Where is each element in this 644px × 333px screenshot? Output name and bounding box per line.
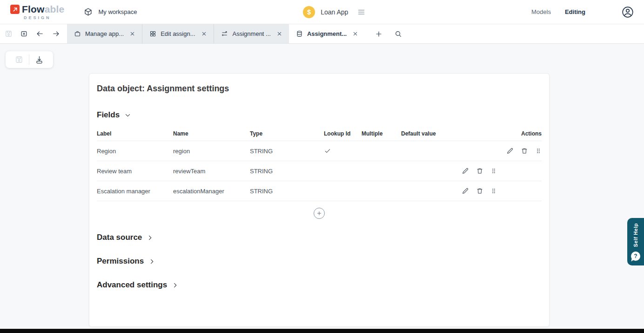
save-icon[interactable] [5, 30, 13, 38]
brand-name: Flowable [22, 4, 64, 15]
workspace-label: My workspace [98, 8, 137, 15]
edit-field-icon[interactable] [462, 187, 469, 195]
tab-label: Manage app... [85, 30, 124, 37]
field-name: escalationManager [173, 188, 250, 195]
app-badge: $ [303, 6, 315, 18]
tab-controls [0, 24, 67, 43]
self-help-tab[interactable]: Self Help ? [627, 218, 644, 265]
drag-handle-icon[interactable] [490, 187, 497, 195]
col-multiple: Multiple [362, 130, 401, 137]
workspace-selector[interactable]: My workspace [84, 7, 137, 16]
field-type: STRING [250, 168, 324, 175]
tab-close-icon[interactable] [353, 31, 358, 36]
edit-field-icon[interactable] [462, 167, 469, 175]
field-name: reviewTeam [173, 168, 250, 175]
delete-field-icon[interactable] [476, 187, 483, 195]
col-label: Label [97, 130, 173, 137]
grid-icon [149, 30, 156, 37]
table-row: Escalation manager escalationManager STR… [97, 181, 542, 201]
lookup-id-checkmark-icon [324, 147, 362, 155]
add-field-button[interactable] [314, 208, 325, 219]
field-label: Escalation manager [97, 188, 173, 195]
col-lookup-id: Lookup Id [324, 130, 362, 137]
toolbar-divider [29, 54, 29, 65]
self-help-label: Self Help [633, 223, 638, 247]
nav-editing[interactable]: Editing [565, 8, 585, 15]
add-field-row [97, 208, 542, 219]
chevron-right-icon [172, 282, 179, 289]
content-area: Data object: Assignment settings Fields … [0, 44, 644, 333]
col-name: Name [173, 130, 250, 137]
tab-label: Assignment... [307, 30, 347, 37]
field-label: Region [97, 148, 173, 155]
edit-field-icon[interactable] [506, 147, 514, 155]
fields-section-toggle[interactable]: Fields [97, 110, 542, 120]
brand-subtitle: DESIGN [24, 15, 51, 20]
nav-models[interactable]: Models [531, 8, 551, 15]
deploy-icon[interactable] [31, 55, 47, 64]
header-nav: Models Editing [531, 6, 634, 18]
add-tab-icon[interactable] [375, 30, 382, 38]
col-actions: Actions [497, 130, 542, 137]
tab-close-icon[interactable] [130, 31, 135, 36]
page-title: Data object: Assignment settings [97, 84, 542, 94]
app-header: Flowable DESIGN My workspace $ Loan App … [0, 0, 644, 24]
briefcase-icon [74, 30, 81, 37]
section-title: Advanced settings [97, 280, 167, 290]
field-name: region [173, 148, 250, 155]
section-advanced-settings[interactable]: Advanced settings [97, 280, 542, 290]
workspace-cube-icon [84, 7, 93, 16]
field-type: STRING [250, 188, 324, 195]
delete-field-icon[interactable] [476, 167, 483, 175]
section-permissions[interactable]: Permissions [97, 257, 542, 266]
current-app[interactable]: $ Loan App [303, 6, 365, 18]
model-toolbar [6, 51, 53, 68]
process-icon [221, 30, 228, 37]
back-arrow-icon[interactable] [35, 30, 44, 38]
section-title: Permissions [97, 257, 144, 266]
table-row: Region region STRING [97, 141, 542, 161]
delete-field-icon[interactable] [521, 147, 528, 155]
chevron-down-icon [124, 112, 131, 119]
user-avatar-icon[interactable] [622, 6, 634, 18]
fields-table-header: Label Name Type Lookup Id Multiple Defau… [97, 126, 542, 141]
table-row: Review team reviewTeam STRING [97, 161, 542, 181]
fields-table: Label Name Type Lookup Id Multiple Defau… [97, 126, 542, 201]
section-title: Data source [97, 233, 142, 242]
editor-tab-bar: Manage app... Edit assign... Assignment … [0, 24, 644, 44]
bottom-edge-bar [0, 329, 644, 333]
tab-close-icon[interactable] [277, 31, 282, 36]
drag-handle-icon[interactable] [490, 167, 497, 175]
tab-bar-extra [365, 24, 402, 43]
question-mark-icon: ? [631, 251, 640, 261]
fields-section-title: Fields [97, 110, 120, 120]
save-model-icon[interactable] [11, 55, 27, 64]
col-default-value: Default value [401, 130, 497, 137]
field-label: Review team [97, 168, 173, 175]
collapsed-sections: Data source Permissions Advanced setting… [97, 233, 542, 290]
flowable-logo: Flowable DESIGN [10, 4, 64, 20]
tab-manage-app[interactable]: Manage app... [67, 24, 142, 43]
data-object-card: Data object: Assignment settings Fields … [89, 73, 550, 327]
chevron-right-icon [148, 258, 155, 265]
field-type: STRING [250, 148, 324, 155]
tab-assignment-process[interactable]: Assignment ... [214, 24, 289, 43]
chevron-right-icon [147, 234, 154, 241]
forward-arrow-icon[interactable] [52, 30, 60, 38]
section-data-source[interactable]: Data source [97, 233, 542, 242]
database-icon [296, 30, 303, 37]
flowable-logo-icon [10, 5, 20, 14]
open-tabs: Manage app... Edit assign... Assignment … [67, 24, 365, 43]
tab-assignment-data-object[interactable]: Assignment... [289, 24, 365, 43]
app-name: Loan App [321, 8, 348, 16]
close-all-tabs-icon[interactable] [20, 30, 28, 38]
tab-close-icon[interactable] [201, 31, 207, 36]
search-icon[interactable] [395, 30, 402, 38]
col-type: Type [250, 130, 324, 137]
tab-label: Assignment ... [233, 30, 271, 37]
app-menu-icon[interactable] [357, 9, 365, 15]
tab-edit-assign[interactable]: Edit assign... [142, 24, 213, 43]
tab-label: Edit assign... [161, 30, 195, 37]
drag-handle-icon[interactable] [535, 147, 542, 155]
